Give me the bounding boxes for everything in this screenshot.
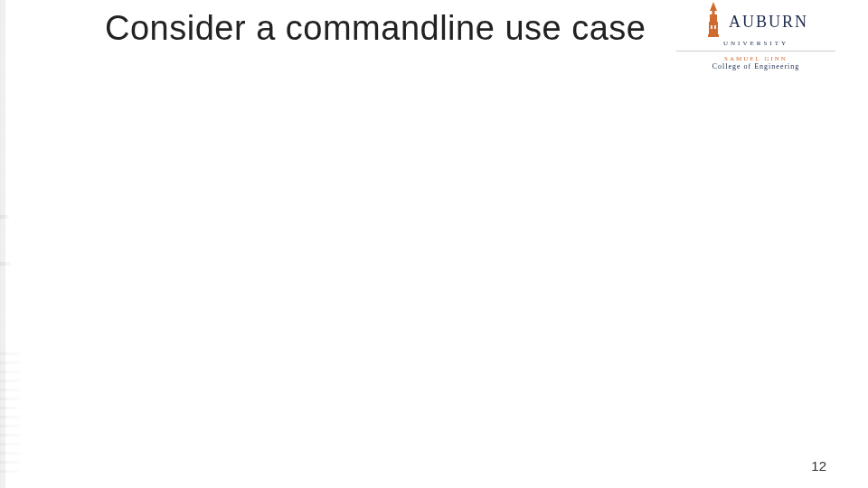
- brand-text: AUBURN: [729, 13, 808, 32]
- logo-divider: [676, 51, 835, 52]
- page-number: 12: [811, 458, 826, 474]
- auburn-logo: AUBURN UNIVERSITY SAMUEL GINN College of…: [656, 4, 855, 70]
- left-decoration: [0, 0, 22, 488]
- svg-rect-5: [711, 25, 712, 29]
- slide-title: Consider a commandline use case: [105, 9, 646, 48]
- svg-marker-2: [710, 2, 717, 11]
- university-text: UNIVERSITY: [656, 40, 855, 47]
- tower-icon: [703, 2, 723, 42]
- svg-rect-6: [714, 25, 716, 29]
- college-line1: SAMUEL GINN: [656, 55, 855, 62]
- svg-rect-4: [708, 34, 719, 37]
- slide: Consider a commandline use case AUBURN U…: [0, 0, 868, 488]
- svg-rect-3: [712, 11, 714, 14]
- svg-rect-1: [710, 14, 717, 22]
- svg-rect-0: [709, 22, 718, 36]
- college-line2: College of Engineering: [656, 62, 855, 70]
